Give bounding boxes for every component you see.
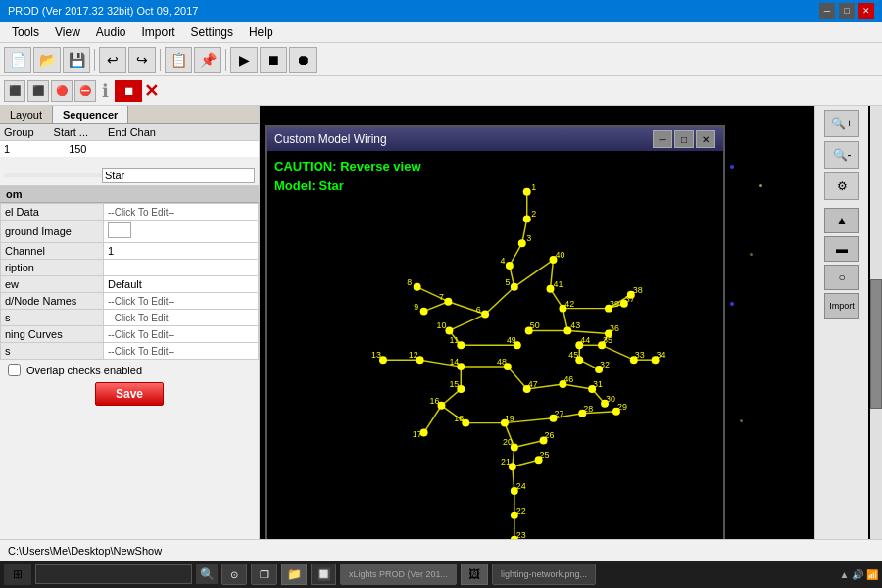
status-path: C:\Users\Me\Desktop\NewShow bbox=[8, 545, 162, 557]
svg-point-76 bbox=[481, 311, 489, 318]
svg-line-6 bbox=[485, 287, 514, 315]
bg-dot-4 bbox=[750, 253, 753, 256]
prop-value-eldata[interactable]: --Click To Edit-- bbox=[104, 204, 259, 220]
svg-text:43: 43 bbox=[570, 320, 580, 330]
prop-row-desc: ription bbox=[1, 260, 259, 276]
menu-tools[interactable]: Tools bbox=[4, 24, 47, 41]
zoom-in-btn[interactable]: 🔍+ bbox=[824, 110, 859, 137]
v-scrollbar[interactable] bbox=[870, 106, 882, 539]
prop-label-s1: s bbox=[1, 310, 104, 326]
tab-sequencer[interactable]: Sequencer bbox=[53, 106, 128, 123]
prop-value-curves[interactable]: --Click To Edit-- bbox=[104, 326, 259, 343]
svg-text:15: 15 bbox=[449, 379, 459, 389]
toolbar-s2[interactable]: ⬛ bbox=[27, 80, 49, 102]
svg-text:37: 37 bbox=[625, 294, 635, 304]
toolbar-open[interactable]: 📂 bbox=[33, 47, 61, 73]
custom-model-dialog: Custom Model Wiring ─ □ ✕ CAUTION: Rever… bbox=[265, 125, 725, 539]
minimize-btn[interactable]: ─ bbox=[819, 3, 835, 19]
zoom-out-btn[interactable]: 🔍- bbox=[824, 141, 859, 169]
maximize-btn[interactable]: □ bbox=[839, 3, 855, 19]
taskbar-xlights[interactable]: xLights PROD (Ver 201... bbox=[340, 564, 457, 585]
taskbar-img-icon[interactable]: 🖼 bbox=[461, 564, 488, 585]
bg-image-box[interactable] bbox=[108, 222, 131, 238]
menu-settings[interactable]: Settings bbox=[183, 24, 241, 41]
circle-btn[interactable]: ○ bbox=[824, 265, 859, 290]
col-group: Group bbox=[4, 126, 34, 138]
prop-value-s2[interactable]: --Click To Edit-- bbox=[104, 343, 259, 360]
toolbar-new[interactable]: 📄 bbox=[4, 47, 31, 73]
prop-value-desc[interactable] bbox=[104, 260, 259, 276]
col-headers: Group Start ... End Chan bbox=[0, 124, 259, 141]
toolbar-s1[interactable]: ⬛ bbox=[4, 80, 25, 102]
svg-text:4: 4 bbox=[500, 256, 505, 266]
model-name-input[interactable] bbox=[102, 168, 255, 183]
rect-btn[interactable]: ▬ bbox=[824, 236, 859, 262]
v-scrollbar-thumb[interactable] bbox=[870, 279, 882, 410]
toolbar-undo[interactable]: ↩ bbox=[99, 47, 126, 73]
overlap-checkbox[interactable] bbox=[8, 364, 21, 376]
svg-line-4 bbox=[514, 260, 554, 287]
taskbar-xlights-label: xLights PROD (Ver 201... bbox=[349, 569, 448, 579]
menu-import[interactable]: Import bbox=[134, 24, 183, 41]
svg-text:25: 25 bbox=[540, 450, 550, 460]
prop-label-curves: ning Curves bbox=[1, 326, 104, 343]
taskbar-pin1[interactable]: 📁 bbox=[281, 564, 307, 585]
toolbar-save[interactable]: 💾 bbox=[63, 47, 90, 73]
menu-audio[interactable]: Audio bbox=[88, 24, 134, 41]
bg-dot-1 bbox=[730, 165, 734, 169]
save-button[interactable]: Save bbox=[95, 382, 164, 406]
prop-value-bgimage[interactable] bbox=[104, 220, 259, 243]
svg-text:13: 13 bbox=[371, 350, 381, 360]
taskbar-search[interactable] bbox=[35, 564, 192, 584]
taskbar-search-icon[interactable]: 🔍 bbox=[196, 564, 218, 584]
toolbar-s4[interactable]: ⛔ bbox=[74, 80, 96, 102]
toolbar-sep1 bbox=[94, 49, 95, 71]
menu-help[interactable]: Help bbox=[241, 24, 281, 41]
svg-text:47: 47 bbox=[528, 379, 538, 389]
svg-text:23: 23 bbox=[516, 530, 526, 539]
svg-text:41: 41 bbox=[553, 279, 563, 289]
toolbar-redo[interactable]: ↪ bbox=[128, 47, 156, 73]
prop-row-bgimage: ground Image bbox=[1, 220, 259, 243]
systray-icons: ▲ 🔊 📶 bbox=[840, 569, 878, 580]
toolbar-copy[interactable]: 📋 bbox=[165, 47, 192, 73]
svg-text:31: 31 bbox=[593, 379, 603, 389]
close-btn[interactable]: ✕ bbox=[858, 3, 874, 19]
toolbar-play[interactable]: ▶ bbox=[230, 47, 258, 73]
toolbar-s3[interactable]: 🔴 bbox=[51, 80, 73, 102]
prop-value-s1[interactable]: --Click To Edit-- bbox=[104, 310, 259, 326]
svg-text:19: 19 bbox=[505, 414, 514, 423]
toolbar-stop-red[interactable]: ⏹ bbox=[115, 80, 142, 102]
dialog-minimize[interactable]: ─ bbox=[653, 130, 672, 148]
svg-text:11: 11 bbox=[449, 335, 459, 345]
spacer bbox=[0, 158, 259, 166]
toolbar-stop[interactable]: ⏹ bbox=[260, 47, 287, 73]
status-bar: C:\Users\Me\Desktop\NewShow bbox=[0, 539, 882, 561]
menu-view[interactable]: View bbox=[47, 24, 88, 41]
start-btn[interactable]: ⊞ bbox=[4, 564, 31, 585]
main-area: Layout Sequencer Group Start ... End Cha… bbox=[0, 106, 882, 539]
toolbar-paste[interactable]: 📌 bbox=[194, 47, 221, 73]
prop-value-nodenames[interactable]: --Click To Edit-- bbox=[104, 293, 259, 310]
dialog-maximize[interactable]: □ bbox=[674, 130, 694, 148]
import-btn[interactable]: Import bbox=[824, 293, 859, 318]
svg-text:22: 22 bbox=[516, 506, 526, 515]
prop-label-channel: Channel bbox=[1, 243, 104, 260]
svg-line-10 bbox=[424, 302, 449, 312]
title-bar: PROD (Ver 2017.32 32bit) Oct 09, 2017 ─ … bbox=[0, 0, 882, 22]
settings-btn[interactable]: ⚙ bbox=[824, 172, 859, 200]
taskbar-png[interactable]: lighting-network.png... bbox=[492, 564, 596, 585]
tab-layout[interactable]: Layout bbox=[0, 106, 53, 123]
toolbar-x-btn[interactable]: ✕ bbox=[144, 80, 159, 102]
dialog-close[interactable]: ✕ bbox=[696, 130, 715, 148]
svg-text:12: 12 bbox=[409, 350, 418, 360]
taskbar-task-view[interactable]: ❐ bbox=[251, 564, 277, 585]
taskbar-cortana[interactable]: ⊙ bbox=[221, 564, 247, 585]
svg-text:49: 49 bbox=[507, 335, 516, 345]
triangle-btn[interactable]: ▲ bbox=[824, 208, 859, 233]
svg-text:29: 29 bbox=[617, 402, 627, 412]
taskbar-pin2[interactable]: 🔲 bbox=[311, 564, 336, 585]
svg-line-31 bbox=[563, 384, 592, 389]
toolbar-rec[interactable]: ⏺ bbox=[289, 47, 317, 73]
col-start: Start ... bbox=[54, 126, 88, 138]
